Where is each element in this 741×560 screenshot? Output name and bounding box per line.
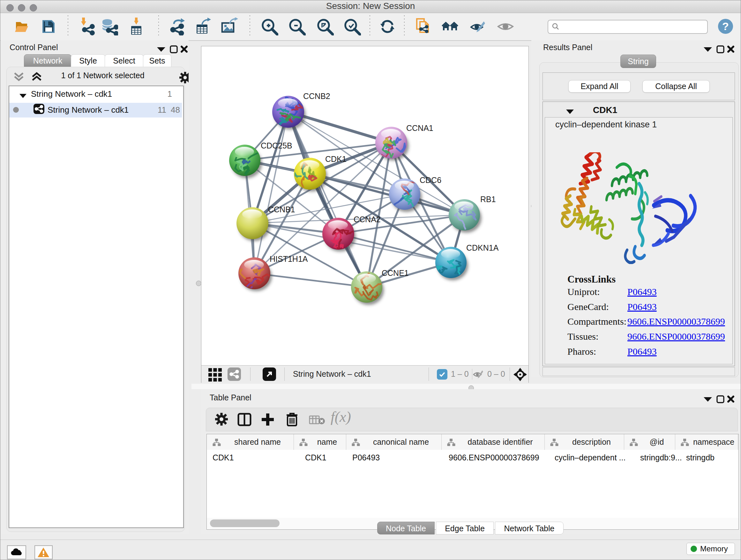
- svg-text:CCNB2: CCNB2: [303, 91, 330, 101]
- svg-text:CCNA2: CCNA2: [354, 215, 381, 224]
- svg-text:RB1: RB1: [480, 195, 496, 204]
- svg-text:CCNA1: CCNA1: [406, 124, 433, 132]
- svg-text:CCNE1: CCNE1: [382, 268, 409, 277]
- svg-text:HIST1H1A: HIST1H1A: [270, 254, 308, 263]
- svg-text:CDK1: CDK1: [325, 154, 347, 164]
- svg-text:CDKN1A: CDKN1A: [466, 243, 499, 252]
- svg-text:CCNB1: CCNB1: [268, 205, 295, 214]
- svg-text:CDC6: CDC6: [420, 176, 441, 185]
- svg-text:CDC25B: CDC25B: [261, 141, 292, 150]
